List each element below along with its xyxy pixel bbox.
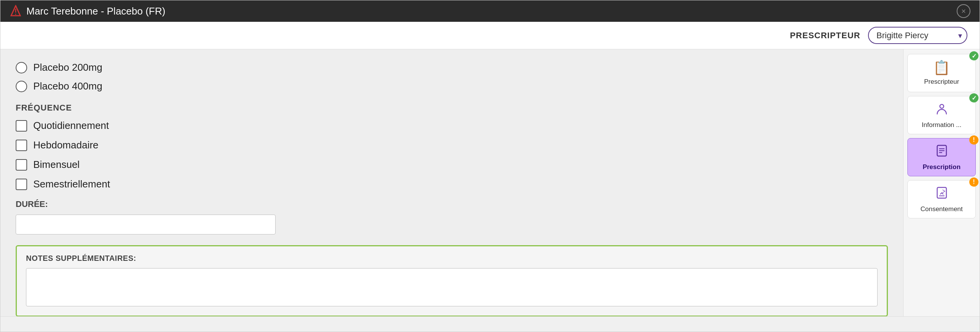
checkbox-semestriellement-input[interactable] <box>16 179 27 190</box>
checkbox-bimensuel-label: Bimensuel <box>33 159 80 171</box>
checkbox-hebdomadaire[interactable]: Hebdomadaire <box>16 139 888 151</box>
notes-label: NOTES SUPPLÉMENTAIRES: <box>26 254 878 263</box>
sidebar-information-label: Information ... <box>922 121 962 129</box>
main-layout: Placebo 200mg Placebo 400mg FRÉQUENCE Qu… <box>0 49 980 316</box>
checkbox-semestriellement[interactable]: Semestriellement <box>16 178 888 190</box>
prescripteur-badge: ✓ <box>969 51 978 60</box>
app-logo-icon <box>10 5 22 17</box>
sidebar-consentement-label: Consentement <box>920 205 963 213</box>
checkbox-bimensuel[interactable]: Bimensuel <box>16 159 888 171</box>
title-bar-left: Marc Terebonne - Placebo (FR) <box>10 5 165 17</box>
checkbox-quotidiennement-input[interactable] <box>16 120 27 132</box>
close-button[interactable]: × <box>957 4 970 18</box>
sidebar-item-consentement[interactable]: ! Consentement <box>907 180 976 218</box>
notes-textarea[interactable] <box>26 268 878 306</box>
content-area: Placebo 200mg Placebo 400mg FRÉQUENCE Qu… <box>0 49 903 316</box>
header-bar: PRESCRIPTEUR Brigitte PiercyDr. SmithDr.… <box>0 22 980 49</box>
radio-placebo-200-button[interactable] <box>16 62 27 73</box>
bottom-bar <box>0 316 980 332</box>
checkbox-bimensuel-input[interactable] <box>16 159 27 171</box>
prescription-badge: ! <box>969 135 978 145</box>
prescripteur-select[interactable]: Brigitte PiercyDr. SmithDr. Dupont <box>868 27 967 44</box>
prescripteur-icon: 📋 <box>933 60 950 76</box>
consentement-icon <box>935 186 949 203</box>
svg-point-2 <box>15 14 16 15</box>
sidebar-prescription-label: Prescription <box>923 163 961 171</box>
radio-placebo-400[interactable]: Placebo 400mg <box>16 80 888 92</box>
frequence-section-label: FRÉQUENCE <box>16 103 888 113</box>
window-title: Marc Terebonne - Placebo (FR) <box>26 5 165 17</box>
consentement-badge: ! <box>969 177 978 187</box>
sidebar-item-prescription[interactable]: ! Prescription <box>907 138 976 176</box>
information-icon <box>935 102 949 119</box>
duree-section: DURÉE: <box>16 199 888 234</box>
checkbox-hebdomadaire-input[interactable] <box>16 140 27 151</box>
radio-group: Placebo 200mg Placebo 400mg <box>16 62 888 92</box>
radio-placebo-400-button[interactable] <box>16 81 27 92</box>
radio-placebo-200[interactable]: Placebo 200mg <box>16 62 888 73</box>
radio-placebo-200-label: Placebo 200mg <box>33 62 102 73</box>
title-bar: Marc Terebonne - Placebo (FR) × <box>0 0 980 22</box>
checkbox-hebdomadaire-label: Hebdomadaire <box>33 139 99 151</box>
checkbox-semestriellement-label: Semestriellement <box>33 178 110 190</box>
sidebar-prescripteur-label: Prescripteur <box>924 78 959 86</box>
prescription-icon <box>935 144 949 161</box>
checkbox-quotidiennement-label: Quotidiennement <box>33 120 109 132</box>
duree-input[interactable] <box>16 215 276 234</box>
duree-label: DURÉE: <box>16 199 888 209</box>
information-badge: ✓ <box>969 93 978 103</box>
svg-point-3 <box>940 104 944 108</box>
sidebar: ✓ 📋 Prescripteur ✓ Information ... ! <box>903 49 980 316</box>
checkbox-quotidiennement[interactable]: Quotidiennement <box>16 120 888 132</box>
prescripteur-select-wrapper[interactable]: Brigitte PiercyDr. SmithDr. Dupont <box>868 27 967 44</box>
radio-placebo-400-label: Placebo 400mg <box>33 80 102 92</box>
sidebar-item-prescripteur[interactable]: ✓ 📋 Prescripteur <box>907 54 976 92</box>
sidebar-item-information[interactable]: ✓ Information ... <box>907 96 976 134</box>
checkbox-group: Quotidiennement Hebdomadaire Bimensuel S… <box>16 120 888 190</box>
prescripteur-label: PRESCRIPTEUR <box>790 31 860 41</box>
notes-section: NOTES SUPPLÉMENTAIRES: <box>16 245 888 316</box>
